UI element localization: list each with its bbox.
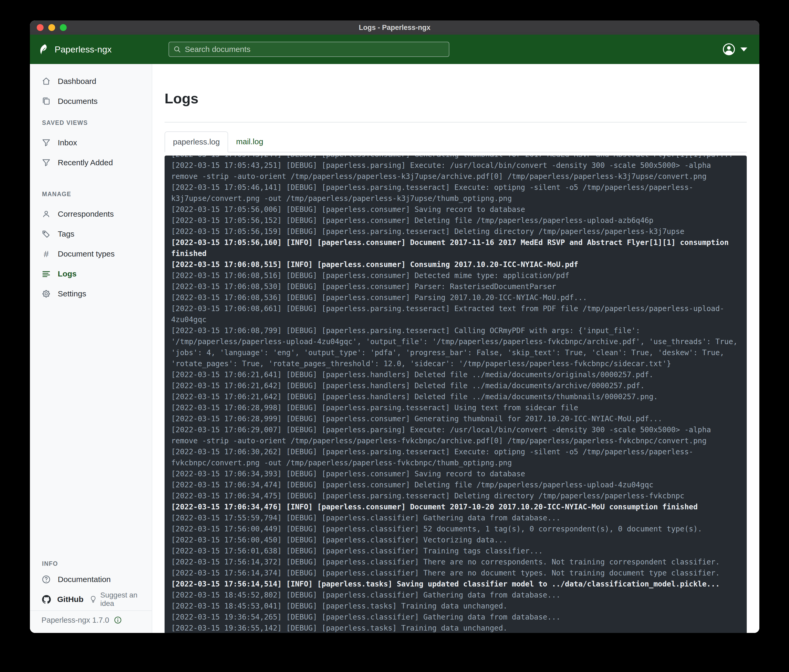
search-icon	[173, 45, 181, 53]
tab-mail-log[interactable]: mail.log	[228, 131, 271, 152]
log-line: [2022-03-15 17:06:30,262] [DEBUG] [paper…	[171, 446, 740, 468]
titlebar: Logs - Paperless-ngx	[30, 21, 759, 35]
main-content: Logs paperless.log mail.log [2022-03-15 …	[152, 64, 759, 633]
logs-icon	[42, 269, 51, 279]
sidebar-item-label: Logs	[58, 269, 77, 278]
sidebar-item-suggest-idea[interactable]: Suggest an idea	[89, 589, 152, 609]
search-box[interactable]	[169, 42, 449, 57]
documents-icon	[42, 97, 51, 106]
filter-icon	[42, 138, 51, 147]
log-line: [2022-03-15 17:06:21,642] [DEBUG] [paper…	[171, 380, 740, 391]
log-line: [2022-03-15 17:06:08,799] [DEBUG] [paper…	[171, 325, 740, 369]
search-input[interactable]	[184, 45, 445, 54]
log-line: [2022-03-15 17:06:34,476] [INFO] [paperl…	[171, 502, 740, 513]
title-divider	[165, 122, 747, 123]
lightbulb-icon	[89, 596, 97, 603]
log-line: [2022-03-15 17:56:14,372] [DEBUG] [paper…	[171, 557, 740, 568]
sidebar-item-label: Dashboard	[58, 77, 96, 86]
sidebar-item-label: Documentation	[58, 575, 111, 584]
log-tabs: paperless.log mail.log	[165, 131, 747, 152]
log-line: [2022-03-15 17:05:46,141] [DEBUG] [paper…	[171, 182, 740, 204]
log-line: [2022-03-15 17:06:08,536] [DEBUG] [paper…	[171, 292, 740, 303]
sidebar-item-document-types[interactable]: # Document types	[30, 244, 152, 264]
sidebar-item-recently-added[interactable]: Recently Added	[30, 153, 152, 173]
sidebar-heading-info: INFO	[30, 558, 152, 569]
filter-icon	[42, 158, 51, 167]
log-line: [2022-03-15 17:56:14,374] [DEBUG] [paper…	[171, 568, 740, 579]
sidebar-info-section: INFO Documentation	[30, 558, 152, 629]
log-line: [2022-03-15 17:56:14,514] [INFO] [paperl…	[171, 579, 740, 590]
help-circle-icon	[42, 575, 51, 584]
sidebar-item-inbox[interactable]: Inbox	[30, 133, 152, 153]
log-line: [2022-03-15 17:56:00,449] [DEBUG] [paper…	[171, 524, 740, 535]
user-avatar-icon[interactable]	[723, 43, 735, 56]
log-line: [2022-03-15 17:06:28,998] [DEBUG] [paper…	[171, 402, 740, 413]
log-line: [2022-03-15 17:06:21,642] [DEBUG] [paper…	[171, 391, 740, 402]
log-line: [2022-03-15 17:06:29,007] [DEBUG] [paper…	[171, 424, 740, 446]
page-body: Dashboard Documents SAVED VIEWS Inbox	[30, 64, 759, 633]
zoom-window-button[interactable]	[60, 24, 67, 31]
log-line: [2022-03-15 17:06:34,475] [DEBUG] [paper…	[171, 490, 740, 502]
log-viewer[interactable]: [2022-03-15 17:05:43,244] [DEBUG] [paper…	[165, 156, 747, 633]
log-line: [2022-03-15 19:36:55,142] [DEBUG] [paper…	[171, 623, 740, 633]
log-lines: [2022-03-15 17:05:43,244] [DEBUG] [paper…	[171, 156, 740, 633]
page-title: Logs	[165, 90, 198, 107]
sidebar-item-documentation[interactable]: Documentation	[30, 569, 152, 589]
log-line: [2022-03-15 17:05:43,251] [DEBUG] [paper…	[171, 160, 740, 182]
user-menu-caret-icon[interactable]	[740, 48, 747, 51]
navbar: Paperless-ngx	[30, 35, 759, 64]
hash-icon: #	[42, 249, 51, 259]
sidebar-item-documents[interactable]: Documents	[30, 91, 152, 111]
log-line: [2022-03-15 17:06:08,530] [DEBUG] [paper…	[171, 281, 740, 292]
sidebar-item-github[interactable]: GitHub	[30, 589, 83, 609]
log-line: [2022-03-15 18:45:52,802] [DEBUG] [paper…	[171, 590, 740, 601]
log-line: [2022-03-15 19:36:54,265] [DEBUG] [paper…	[171, 611, 740, 623]
sidebar-item-dashboard[interactable]: Dashboard	[30, 71, 152, 91]
github-icon	[42, 594, 51, 604]
home-icon	[42, 76, 51, 86]
sidebar-item-settings[interactable]: Settings	[30, 284, 152, 304]
log-line: [2022-03-15 17:06:21,641] [DEBUG] [paper…	[171, 369, 740, 380]
minimize-window-button[interactable]	[48, 24, 55, 31]
close-window-button[interactable]	[37, 24, 43, 31]
sidebar-item-label: Suggest an idea	[100, 591, 152, 608]
log-line: [2022-03-15 17:05:56,159] [DEBUG] [paper…	[171, 226, 740, 237]
app-window: Logs - Paperless-ngx Paperless-ngx	[30, 21, 759, 633]
log-line: [2022-03-15 17:05:43,244] [DEBUG] [paper…	[171, 156, 740, 160]
sidebar-heading-saved-views: SAVED VIEWS	[30, 117, 152, 129]
gear-icon	[42, 289, 51, 298]
sidebar: Dashboard Documents SAVED VIEWS Inbox	[30, 64, 152, 633]
log-line: [2022-03-15 17:06:34,474] [DEBUG] [paper…	[171, 479, 740, 490]
sidebar-item-label: Recently Added	[58, 158, 113, 167]
log-line: [2022-03-15 17:06:08,661] [DEBUG] [paper…	[171, 303, 740, 325]
tab-paperless-log[interactable]: paperless.log	[165, 131, 228, 152]
sidebar-heading-manage: MANAGE	[30, 188, 152, 200]
sidebar-item-correspondents[interactable]: Correspondents	[30, 204, 152, 224]
sidebar-item-label: Inbox	[58, 138, 77, 147]
brand[interactable]: Paperless-ngx	[38, 35, 112, 64]
traffic-lights	[37, 24, 67, 31]
log-line: [2022-03-15 17:56:00,450] [DEBUG] [paper…	[171, 535, 740, 546]
log-line: [2022-03-15 17:56:01,638] [DEBUG] [paper…	[171, 546, 740, 557]
sidebar-item-label: Documents	[58, 97, 97, 106]
sidebar-item-label: GitHub	[57, 595, 83, 604]
paperless-leaf-icon	[38, 43, 50, 55]
brand-name: Paperless-ngx	[54, 44, 112, 54]
info-circle-icon[interactable]	[114, 616, 122, 624]
sidebar-item-label: Document types	[58, 250, 115, 258]
log-line: [2022-03-15 17:05:56,160] [INFO] [paperl…	[171, 237, 740, 259]
log-line: [2022-03-15 17:05:56,152] [DEBUG] [paper…	[171, 215, 740, 226]
sidebar-item-tags[interactable]: Tags	[30, 224, 152, 244]
sidebar-item-label: Correspondents	[58, 210, 113, 218]
sidebar-item-logs[interactable]: Logs	[30, 264, 152, 284]
sidebar-item-label: Settings	[58, 289, 86, 298]
tag-icon	[42, 229, 51, 239]
log-line: [2022-03-15 18:45:53,041] [DEBUG] [paper…	[171, 601, 740, 611]
log-line: [2022-03-15 17:06:08,516] [DEBUG] [paper…	[171, 270, 740, 281]
person-icon	[42, 209, 51, 219]
log-line: [2022-03-15 17:05:56,006] [DEBUG] [paper…	[171, 204, 740, 215]
log-line: [2022-03-15 17:55:59,794] [DEBUG] [paper…	[171, 513, 740, 524]
log-line: [2022-03-15 17:06:28,999] [DEBUG] [paper…	[171, 413, 740, 424]
log-line: [2022-03-15 17:06:34,393] [DEBUG] [paper…	[171, 468, 740, 479]
app-version: Paperless-ngx 1.7.0	[42, 616, 109, 624]
